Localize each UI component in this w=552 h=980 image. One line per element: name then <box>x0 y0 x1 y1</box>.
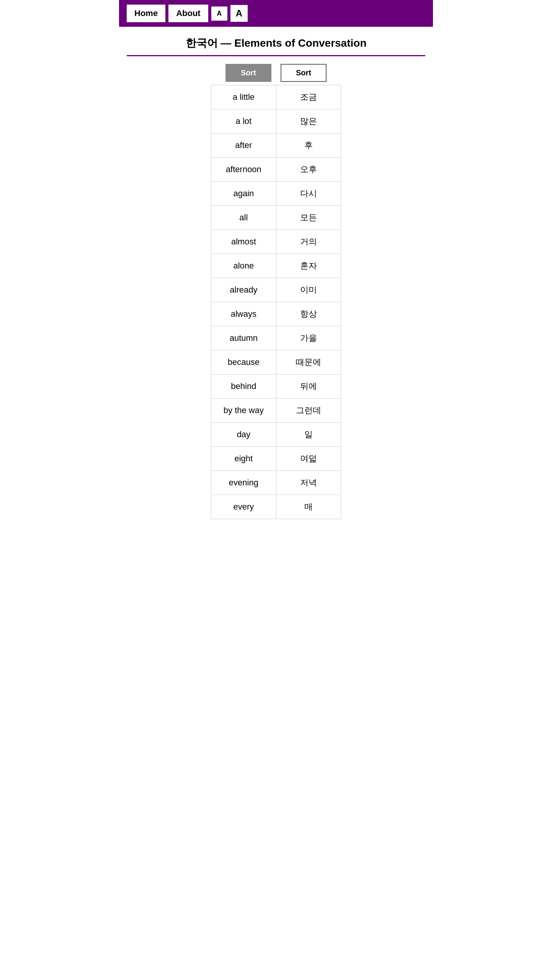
sort-row: Sort Sort <box>119 64 433 82</box>
english-cell: a lot <box>211 109 276 133</box>
korean-cell: 때문에 <box>276 350 341 374</box>
sort-button-left[interactable]: Sort <box>225 64 271 82</box>
table-row: autumn가을 <box>211 326 341 350</box>
korean-cell: 그런데 <box>276 399 341 423</box>
korean-cell: 가을 <box>276 326 341 350</box>
korean-cell: 오후 <box>276 158 341 182</box>
table-row: always항상 <box>211 302 341 326</box>
english-cell: by the way <box>211 399 276 423</box>
english-cell: eight <box>211 447 276 471</box>
korean-cell: 일 <box>276 423 341 447</box>
table-row: after후 <box>211 133 341 158</box>
title-divider <box>127 55 425 56</box>
korean-cell: 조금 <box>276 85 341 109</box>
table-row: day일 <box>211 423 341 447</box>
korean-cell: 모든 <box>276 206 341 230</box>
page-title-section: 한국어 — Elements of Conversation <box>119 27 433 56</box>
table-row: every매 <box>211 495 341 519</box>
korean-cell: 뒤에 <box>276 374 341 399</box>
about-button[interactable]: About <box>168 5 208 22</box>
korean-cell: 항상 <box>276 302 341 326</box>
table-row: all모든 <box>211 206 341 230</box>
table-row: by the way그런데 <box>211 399 341 423</box>
english-cell: behind <box>211 374 276 399</box>
table-row: already이미 <box>211 278 341 302</box>
vocab-table: a little조금a lot많은after후afternoon오후again다… <box>211 85 341 519</box>
english-cell: again <box>211 182 276 206</box>
english-cell: alone <box>211 254 276 278</box>
korean-cell: 많은 <box>276 109 341 133</box>
page-title: 한국어 — Elements of Conversation <box>127 36 425 50</box>
korean-cell: 거의 <box>276 230 341 254</box>
table-row: a little조금 <box>211 85 341 109</box>
korean-cell: 여덟 <box>276 447 341 471</box>
vocab-table-wrapper: a little조금a lot많은after후afternoon오후again다… <box>119 85 433 534</box>
korean-cell: 혼자 <box>276 254 341 278</box>
korean-cell: 저녁 <box>276 471 341 495</box>
font-small-button[interactable]: A <box>211 7 227 21</box>
korean-cell: 다시 <box>276 182 341 206</box>
english-cell: afternoon <box>211 158 276 182</box>
english-cell: almost <box>211 230 276 254</box>
font-large-button[interactable]: A <box>230 5 248 22</box>
english-cell: every <box>211 495 276 519</box>
home-button[interactable]: Home <box>127 5 165 22</box>
english-cell: already <box>211 278 276 302</box>
english-cell: evening <box>211 471 276 495</box>
navbar: Home About A A <box>119 0 433 27</box>
english-cell: always <box>211 302 276 326</box>
english-cell: all <box>211 206 276 230</box>
english-cell: day <box>211 423 276 447</box>
table-row: eight여덟 <box>211 447 341 471</box>
table-row: almost거의 <box>211 230 341 254</box>
korean-cell: 이미 <box>276 278 341 302</box>
table-row: alone혼자 <box>211 254 341 278</box>
table-row: a lot많은 <box>211 109 341 133</box>
english-cell: autumn <box>211 326 276 350</box>
korean-cell: 후 <box>276 133 341 158</box>
table-row: evening저녁 <box>211 471 341 495</box>
korean-cell: 매 <box>276 495 341 519</box>
table-row: afternoon오후 <box>211 158 341 182</box>
english-cell: because <box>211 350 276 374</box>
table-row: behind뒤에 <box>211 374 341 399</box>
table-row: because때문에 <box>211 350 341 374</box>
sort-button-right[interactable]: Sort <box>281 64 327 82</box>
table-row: again다시 <box>211 182 341 206</box>
english-cell: after <box>211 133 276 158</box>
english-cell: a little <box>211 85 276 109</box>
